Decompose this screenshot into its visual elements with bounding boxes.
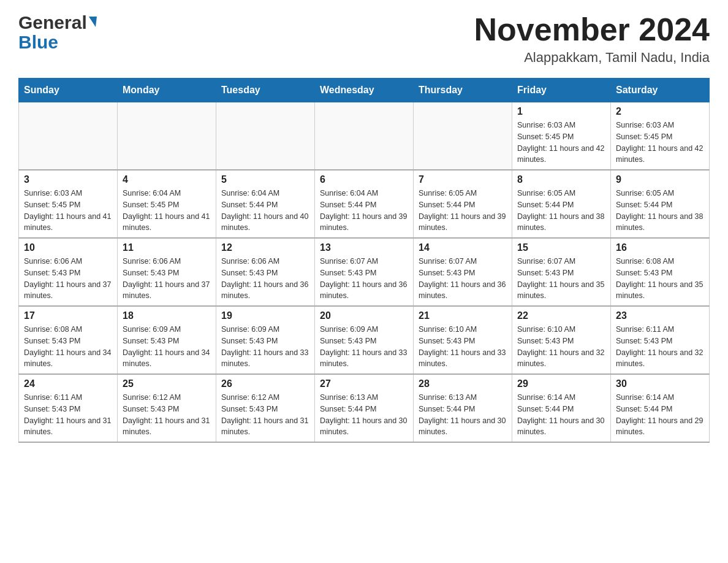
calendar-cell: 1Sunrise: 6:03 AMSunset: 5:45 PMDaylight… bbox=[512, 102, 611, 170]
day-number: 9 bbox=[616, 174, 704, 185]
day-info: Sunrise: 6:05 AMSunset: 5:44 PMDaylight:… bbox=[419, 188, 507, 234]
calendar-week-row: 1Sunrise: 6:03 AMSunset: 5:45 PMDaylight… bbox=[19, 102, 710, 170]
weekday-header-saturday: Saturday bbox=[611, 79, 710, 102]
calendar-cell: 17Sunrise: 6:08 AMSunset: 5:43 PMDayligh… bbox=[19, 306, 118, 374]
day-number: 13 bbox=[320, 242, 408, 253]
weekday-header-tuesday: Tuesday bbox=[216, 79, 315, 102]
day-number: 28 bbox=[419, 378, 507, 389]
weekday-header-row: SundayMondayTuesdayWednesdayThursdayFrid… bbox=[19, 79, 710, 102]
calendar-cell: 11Sunrise: 6:06 AMSunset: 5:43 PMDayligh… bbox=[118, 238, 216, 306]
day-info: Sunrise: 6:07 AMSunset: 5:43 PMDaylight:… bbox=[320, 256, 408, 302]
calendar-cell bbox=[414, 102, 512, 170]
day-number: 18 bbox=[123, 310, 211, 321]
day-info: Sunrise: 6:04 AMSunset: 5:44 PMDaylight:… bbox=[221, 188, 309, 234]
calendar-cell: 8Sunrise: 6:05 AMSunset: 5:44 PMDaylight… bbox=[512, 170, 611, 238]
day-number: 20 bbox=[320, 310, 408, 321]
calendar-week-row: 24Sunrise: 6:11 AMSunset: 5:43 PMDayligh… bbox=[19, 374, 710, 442]
calendar-cell: 19Sunrise: 6:09 AMSunset: 5:43 PMDayligh… bbox=[216, 306, 315, 374]
day-info: Sunrise: 6:08 AMSunset: 5:43 PMDaylight:… bbox=[616, 256, 704, 302]
calendar-cell: 15Sunrise: 6:07 AMSunset: 5:43 PMDayligh… bbox=[512, 238, 611, 306]
calendar-cell: 24Sunrise: 6:11 AMSunset: 5:43 PMDayligh… bbox=[19, 374, 118, 442]
calendar-cell: 9Sunrise: 6:05 AMSunset: 5:44 PMDaylight… bbox=[611, 170, 710, 238]
day-number: 5 bbox=[221, 174, 309, 185]
day-number: 1 bbox=[517, 106, 605, 117]
day-info: Sunrise: 6:07 AMSunset: 5:43 PMDaylight:… bbox=[419, 256, 507, 302]
calendar-week-row: 3Sunrise: 6:03 AMSunset: 5:45 PMDaylight… bbox=[19, 170, 710, 238]
day-number: 29 bbox=[517, 378, 605, 389]
calendar-cell bbox=[315, 102, 414, 170]
calendar-cell: 30Sunrise: 6:14 AMSunset: 5:44 PMDayligh… bbox=[611, 374, 710, 442]
day-number: 19 bbox=[221, 310, 309, 321]
calendar-cell bbox=[19, 102, 118, 170]
calendar-cell: 14Sunrise: 6:07 AMSunset: 5:43 PMDayligh… bbox=[414, 238, 512, 306]
day-info: Sunrise: 6:14 AMSunset: 5:44 PMDaylight:… bbox=[517, 392, 605, 438]
location-title: Alappakkam, Tamil Nadu, India bbox=[474, 50, 710, 66]
title-area: November 2024 Alappakkam, Tamil Nadu, In… bbox=[474, 12, 710, 66]
month-title: November 2024 bbox=[474, 12, 710, 47]
day-info: Sunrise: 6:09 AMSunset: 5:43 PMDaylight:… bbox=[320, 324, 408, 370]
day-number: 17 bbox=[24, 310, 112, 321]
day-info: Sunrise: 6:06 AMSunset: 5:43 PMDaylight:… bbox=[221, 256, 309, 302]
day-number: 16 bbox=[616, 242, 704, 253]
calendar-cell: 27Sunrise: 6:13 AMSunset: 5:44 PMDayligh… bbox=[315, 374, 414, 442]
day-number: 27 bbox=[320, 378, 408, 389]
calendar-cell: 12Sunrise: 6:06 AMSunset: 5:43 PMDayligh… bbox=[216, 238, 315, 306]
day-number: 26 bbox=[221, 378, 309, 389]
day-info: Sunrise: 6:03 AMSunset: 5:45 PMDaylight:… bbox=[616, 120, 704, 166]
day-info: Sunrise: 6:12 AMSunset: 5:43 PMDaylight:… bbox=[123, 392, 211, 438]
calendar-cell bbox=[118, 102, 216, 170]
logo-general-text: General bbox=[18, 12, 87, 33]
day-info: Sunrise: 6:10 AMSunset: 5:43 PMDaylight:… bbox=[517, 324, 605, 370]
calendar-cell: 6Sunrise: 6:04 AMSunset: 5:44 PMDaylight… bbox=[315, 170, 414, 238]
day-number: 22 bbox=[517, 310, 605, 321]
day-info: Sunrise: 6:06 AMSunset: 5:43 PMDaylight:… bbox=[24, 256, 112, 302]
day-number: 11 bbox=[123, 242, 211, 253]
day-number: 7 bbox=[419, 174, 507, 185]
day-number: 25 bbox=[123, 378, 211, 389]
calendar-cell: 5Sunrise: 6:04 AMSunset: 5:44 PMDaylight… bbox=[216, 170, 315, 238]
calendar-table: SundayMondayTuesdayWednesdayThursdayFrid… bbox=[18, 78, 710, 443]
day-info: Sunrise: 6:11 AMSunset: 5:43 PMDaylight:… bbox=[616, 324, 704, 370]
day-info: Sunrise: 6:03 AMSunset: 5:45 PMDaylight:… bbox=[24, 188, 112, 234]
calendar-cell: 18Sunrise: 6:09 AMSunset: 5:43 PMDayligh… bbox=[118, 306, 216, 374]
day-number: 2 bbox=[616, 106, 704, 117]
day-info: Sunrise: 6:13 AMSunset: 5:44 PMDaylight:… bbox=[320, 392, 408, 438]
logo-blue-text: Blue bbox=[18, 33, 58, 52]
day-number: 21 bbox=[419, 310, 507, 321]
calendar-cell: 2Sunrise: 6:03 AMSunset: 5:45 PMDaylight… bbox=[611, 102, 710, 170]
day-number: 15 bbox=[517, 242, 605, 253]
calendar-cell: 16Sunrise: 6:08 AMSunset: 5:43 PMDayligh… bbox=[611, 238, 710, 306]
day-info: Sunrise: 6:05 AMSunset: 5:44 PMDaylight:… bbox=[616, 188, 704, 234]
calendar-cell: 3Sunrise: 6:03 AMSunset: 5:45 PMDaylight… bbox=[19, 170, 118, 238]
weekday-header-sunday: Sunday bbox=[19, 79, 118, 102]
calendar-cell: 13Sunrise: 6:07 AMSunset: 5:43 PMDayligh… bbox=[315, 238, 414, 306]
calendar-cell: 23Sunrise: 6:11 AMSunset: 5:43 PMDayligh… bbox=[611, 306, 710, 374]
calendar-cell: 25Sunrise: 6:12 AMSunset: 5:43 PMDayligh… bbox=[118, 374, 216, 442]
day-number: 23 bbox=[616, 310, 704, 321]
day-number: 12 bbox=[221, 242, 309, 253]
calendar-week-row: 17Sunrise: 6:08 AMSunset: 5:43 PMDayligh… bbox=[19, 306, 710, 374]
weekday-header-wednesday: Wednesday bbox=[315, 79, 414, 102]
day-info: Sunrise: 6:04 AMSunset: 5:44 PMDaylight:… bbox=[320, 188, 408, 234]
calendar-cell: 22Sunrise: 6:10 AMSunset: 5:43 PMDayligh… bbox=[512, 306, 611, 374]
header: General Blue November 2024 Alappakkam, T… bbox=[18, 12, 710, 66]
day-number: 8 bbox=[517, 174, 605, 185]
calendar-cell: 29Sunrise: 6:14 AMSunset: 5:44 PMDayligh… bbox=[512, 374, 611, 442]
day-number: 3 bbox=[24, 174, 112, 185]
weekday-header-monday: Monday bbox=[118, 79, 216, 102]
day-info: Sunrise: 6:05 AMSunset: 5:44 PMDaylight:… bbox=[517, 188, 605, 234]
calendar-cell bbox=[216, 102, 315, 170]
day-info: Sunrise: 6:11 AMSunset: 5:43 PMDaylight:… bbox=[24, 392, 112, 438]
calendar-cell: 7Sunrise: 6:05 AMSunset: 5:44 PMDaylight… bbox=[414, 170, 512, 238]
day-info: Sunrise: 6:12 AMSunset: 5:43 PMDaylight:… bbox=[221, 392, 309, 438]
day-number: 10 bbox=[24, 242, 112, 253]
day-number: 4 bbox=[123, 174, 211, 185]
calendar-cell: 21Sunrise: 6:10 AMSunset: 5:43 PMDayligh… bbox=[414, 306, 512, 374]
day-number: 24 bbox=[24, 378, 112, 389]
calendar-cell: 20Sunrise: 6:09 AMSunset: 5:43 PMDayligh… bbox=[315, 306, 414, 374]
day-info: Sunrise: 6:09 AMSunset: 5:43 PMDaylight:… bbox=[123, 324, 211, 370]
day-info: Sunrise: 6:14 AMSunset: 5:44 PMDaylight:… bbox=[616, 392, 704, 438]
logo: General Blue bbox=[18, 12, 97, 52]
calendar-week-row: 10Sunrise: 6:06 AMSunset: 5:43 PMDayligh… bbox=[19, 238, 710, 306]
day-info: Sunrise: 6:08 AMSunset: 5:43 PMDaylight:… bbox=[24, 324, 112, 370]
